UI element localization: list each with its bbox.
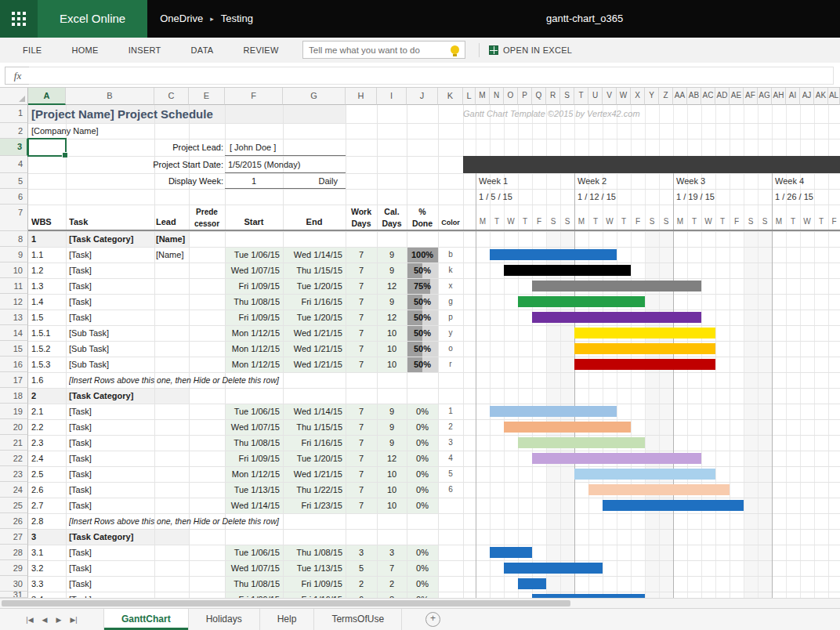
cell-wbs[interactable]: 2.2 xyxy=(31,419,66,435)
day-letter[interactable]: F xyxy=(828,214,840,230)
cell-end[interactable]: Wed 1/21/15 xyxy=(284,325,342,341)
cell-work-days[interactable]: 7 xyxy=(346,310,377,325)
cell-end[interactable]: Fri 1/09/15 xyxy=(284,576,342,592)
row-header-19[interactable]: 19 xyxy=(0,404,28,419)
row-header-15[interactable]: 15 xyxy=(0,341,28,357)
cell-start[interactable]: Tue 1/06/15 xyxy=(226,545,280,560)
gantt-bar[interactable] xyxy=(574,469,715,480)
header-cal-days[interactable]: Cal. Days xyxy=(377,206,407,231)
col-header-X[interactable]: X xyxy=(631,88,645,105)
day-letter[interactable]: S xyxy=(645,214,659,230)
cell-pct-done[interactable]: 0% xyxy=(407,498,438,513)
day-letter[interactable]: F xyxy=(532,214,546,230)
col-header-AF[interactable]: AF xyxy=(744,88,758,105)
cell-cal-days[interactable]: 10 xyxy=(377,341,407,357)
cell-color-key[interactable]: 1 xyxy=(438,404,463,419)
cell-pct-done[interactable]: 0% xyxy=(407,545,438,560)
cell-pct-done[interactable]: 0% xyxy=(407,576,438,592)
cell-pct-done[interactable]: 50% xyxy=(407,310,438,325)
select-all-corner[interactable] xyxy=(0,88,28,105)
col-header-Y[interactable]: Y xyxy=(645,88,659,105)
row-header-18[interactable]: 18 xyxy=(0,388,28,404)
cell-end[interactable]: Tue 1/20/15 xyxy=(284,278,342,294)
cell-end[interactable]: Fri 1/16/15 xyxy=(284,435,342,451)
sheet-title[interactable]: [Project Name] Project Schedule xyxy=(31,105,343,123)
cell-work-days[interactable]: 7 xyxy=(346,278,377,294)
cell-start[interactable]: Fri 1/09/15 xyxy=(226,451,280,466)
day-letter[interactable]: W xyxy=(603,214,617,230)
cell-work-days[interactable]: 7 xyxy=(346,325,377,341)
col-header-B[interactable]: B xyxy=(66,88,154,105)
menu-tab-file[interactable]: FILE xyxy=(8,38,56,63)
cell-task[interactable]: [Task] xyxy=(69,435,186,451)
row-header-2[interactable]: 2 xyxy=(0,123,28,139)
header-predecessor[interactable]: Prede cessor xyxy=(189,206,225,231)
row-header-4[interactable]: 4 xyxy=(0,156,28,173)
cell-task[interactable]: [Task] xyxy=(69,576,186,592)
cell-start[interactable]: Mon 1/12/15 xyxy=(226,357,280,372)
start-date-label[interactable]: Project Start Date: xyxy=(71,156,223,173)
cell-pct-done[interactable]: 0% xyxy=(407,592,438,598)
cell-work-days[interactable]: 7 xyxy=(346,466,377,482)
gantt-bar[interactable] xyxy=(603,500,744,511)
cell-work-days[interactable]: 7 xyxy=(346,341,377,357)
col-header-J[interactable]: J xyxy=(407,88,438,105)
cell-wbs[interactable]: 1.1 xyxy=(31,247,66,262)
cell-wbs[interactable]: 3.3 xyxy=(31,576,66,592)
cell-color-key[interactable]: p xyxy=(438,310,463,325)
cell-color-key[interactable]: 5 xyxy=(438,466,463,482)
cell-task[interactable]: [Sub Task] xyxy=(69,341,186,357)
gantt-bar[interactable] xyxy=(490,249,617,260)
cell-end[interactable]: Fri 1/16/15 xyxy=(284,592,342,598)
cell-pct-done[interactable]: 0% xyxy=(407,560,438,576)
cell-wbs[interactable]: 2.8 xyxy=(31,513,66,529)
cell-color-key[interactable]: o xyxy=(438,341,463,357)
cell-cal-days[interactable]: 9 xyxy=(377,294,407,310)
cell-task[interactable]: [Task] xyxy=(69,404,186,419)
col-header-N[interactable]: N xyxy=(490,88,504,105)
cell-end[interactable]: Tue 1/13/15 xyxy=(284,560,342,576)
gantt-bar[interactable] xyxy=(490,406,617,417)
cell-wbs[interactable]: 2.5 xyxy=(31,466,66,482)
col-header-W[interactable]: W xyxy=(617,88,631,105)
gantt-bar[interactable] xyxy=(532,453,701,464)
row-header-28[interactable]: 28 xyxy=(0,545,28,560)
cell-work-days[interactable]: 7 xyxy=(346,262,377,278)
cell-task[interactable]: [Task] xyxy=(69,278,186,294)
gantt-bar[interactable] xyxy=(574,343,715,354)
cell-color-key[interactable]: 6 xyxy=(438,482,463,498)
cell-end[interactable]: Wed 1/21/15 xyxy=(284,341,342,357)
cell-color-key[interactable]: 4 xyxy=(438,451,463,466)
cell-color-key[interactable]: 2 xyxy=(438,419,463,435)
cell-end[interactable]: Thu 1/15/15 xyxy=(284,262,342,278)
cell-pct-done[interactable]: 50% xyxy=(407,262,438,278)
week-label[interactable]: Week 3 xyxy=(676,173,755,189)
week-date[interactable]: 1 / 19 / 15 xyxy=(676,189,755,205)
row-header-31[interactable]: 31 xyxy=(0,592,28,598)
cell-cal-days[interactable]: 9 xyxy=(377,247,407,262)
cell-start[interactable]: Tue 1/06/15 xyxy=(226,247,280,262)
col-header-L[interactable]: L xyxy=(463,88,476,105)
row-header-21[interactable]: 21 xyxy=(0,435,28,451)
col-header-Q[interactable]: Q xyxy=(532,88,546,105)
col-header-AD[interactable]: AD xyxy=(715,88,730,105)
col-header-E[interactable]: E xyxy=(189,88,225,105)
row-header-10[interactable]: 10 xyxy=(0,262,28,278)
gantt-bar[interactable] xyxy=(504,422,631,433)
col-header-R[interactable]: R xyxy=(546,88,560,105)
row-header-14[interactable]: 14 xyxy=(0,325,28,341)
cell-wbs[interactable]: 1.6 xyxy=(31,372,66,388)
cell-task[interactable]: [Task] xyxy=(69,451,186,466)
col-header-G[interactable]: G xyxy=(283,88,346,105)
col-header-AC[interactable]: AC xyxy=(701,88,715,105)
cell-start[interactable]: Thu 1/08/15 xyxy=(226,576,280,592)
cell-start[interactable]: Wed 1/07/15 xyxy=(226,262,280,278)
col-header-AH[interactable]: AH xyxy=(772,88,786,105)
formula-input[interactable] xyxy=(29,67,834,85)
cell-lead[interactable]: [Name] xyxy=(156,247,190,262)
day-letter[interactable]: T xyxy=(687,214,701,230)
horizontal-scrollbar[interactable] xyxy=(0,598,840,608)
row-header-23[interactable]: 23 xyxy=(0,466,28,482)
cell-task[interactable]: [Task] xyxy=(69,466,186,482)
cell-wbs[interactable]: 3.1 xyxy=(31,545,66,560)
